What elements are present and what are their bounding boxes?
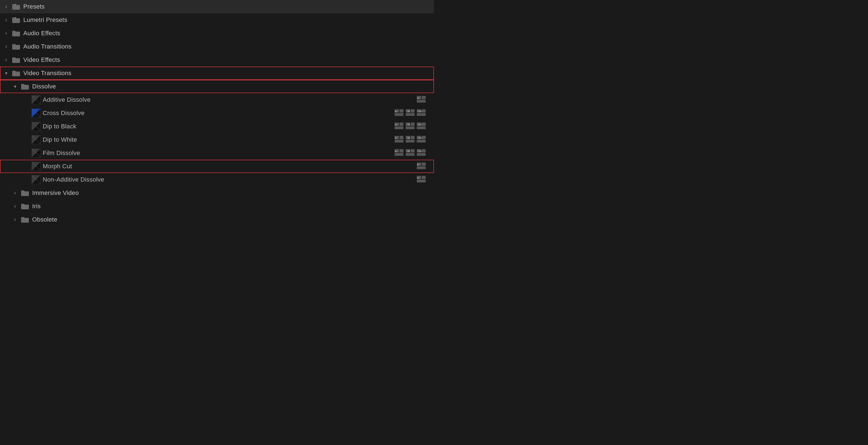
svg-text:YUV: YUV xyxy=(417,150,422,152)
svg-rect-46 xyxy=(411,123,414,126)
item-label: Cross Dissolve xyxy=(43,109,394,117)
svg-rect-20 xyxy=(422,96,426,99)
chevron-icon[interactable]: › xyxy=(11,189,19,197)
folder-icon xyxy=(11,42,22,51)
svg-text:▶|: ▶| xyxy=(395,137,397,139)
chevron-icon[interactable]: › xyxy=(2,56,10,64)
transition-icon xyxy=(31,95,41,105)
svg-rect-35 xyxy=(422,109,426,112)
chevron-icon[interactable]: › xyxy=(2,43,10,50)
chevron-icon[interactable]: ▾ xyxy=(2,69,10,77)
badge-yuv: YUV xyxy=(416,109,426,117)
item-label: Dip to Black xyxy=(43,123,394,130)
transition-icon xyxy=(31,122,41,131)
badge-accelerated: ▶| xyxy=(394,135,404,144)
chevron-icon[interactable]: › xyxy=(2,29,10,37)
item-label: Iris xyxy=(32,203,432,210)
svg-rect-4 xyxy=(12,18,16,19)
tree-item-dissolve[interactable]: ▾ Dissolve xyxy=(0,80,434,93)
tree-item-non-additive-dissolve[interactable]: Non-Additive Dissolve ▶| xyxy=(0,173,434,186)
tree-item-video-effects[interactable]: › Video Effects xyxy=(0,53,434,67)
chevron-icon[interactable]: › xyxy=(2,3,10,10)
item-label: Dissolve xyxy=(32,83,432,90)
item-label: Audio Transitions xyxy=(23,43,432,50)
item-label: Non-Additive Dissolve xyxy=(43,176,416,183)
svg-rect-10 xyxy=(12,58,20,63)
badges-container: ▶| 32 YUV xyxy=(394,135,426,144)
badges-container: ▶| xyxy=(416,162,426,171)
chevron-icon[interactable]: › xyxy=(2,16,10,24)
svg-rect-21 xyxy=(417,100,426,103)
svg-rect-65 xyxy=(422,136,426,139)
folder-icon xyxy=(20,82,31,91)
item-label: Dip to White xyxy=(43,136,394,143)
tree-item-immersive-video[interactable]: › Immersive Video xyxy=(0,186,434,200)
tree-item-iris[interactable]: › Iris xyxy=(0,200,434,213)
svg-rect-66 xyxy=(417,140,426,142)
tree-item-cross-dissolve[interactable]: Cross Dissolve ▶| 32 YUV xyxy=(0,106,434,120)
svg-text:▶|: ▶| xyxy=(395,110,397,112)
svg-rect-43 xyxy=(395,127,403,129)
badge-accelerated: ▶| xyxy=(394,148,404,158)
svg-rect-76 xyxy=(411,149,414,152)
svg-rect-31 xyxy=(411,109,414,112)
svg-rect-77 xyxy=(406,153,414,156)
tree-item-film-dissolve[interactable]: Film Dissolve ▶| 32 YUV xyxy=(0,146,434,160)
badges-container: ▶| xyxy=(416,175,426,184)
item-label: Lumetri Presets xyxy=(23,16,432,24)
svg-rect-61 xyxy=(411,136,414,139)
item-label: Video Effects xyxy=(23,56,432,64)
svg-rect-36 xyxy=(417,113,426,116)
svg-rect-27 xyxy=(400,109,403,112)
folder-icon xyxy=(11,56,22,64)
svg-rect-87 xyxy=(422,163,426,166)
svg-rect-15 xyxy=(21,84,24,85)
tree-item-dip-to-white[interactable]: Dip to White ▶| 32 YUV xyxy=(0,133,434,146)
svg-rect-8 xyxy=(12,45,20,49)
svg-rect-13 xyxy=(12,71,16,72)
item-label: Film Dissolve xyxy=(43,149,394,157)
svg-text:YUV: YUV xyxy=(417,110,422,112)
badge-32bit: 32 xyxy=(405,109,415,117)
tree-item-additive-dissolve[interactable]: Additive Dissolve ▶| xyxy=(0,93,434,106)
svg-rect-80 xyxy=(422,149,426,152)
svg-rect-32 xyxy=(406,113,414,116)
transition-icon xyxy=(31,148,41,158)
svg-rect-97 xyxy=(21,191,29,196)
badge-accelerated: ▶| xyxy=(416,95,426,104)
item-label: Obsolete xyxy=(32,216,432,223)
tree-item-lumetri-presets[interactable]: › Lumetri Presets xyxy=(0,13,434,27)
badge-accelerated: ▶| xyxy=(416,162,426,171)
svg-rect-99 xyxy=(21,205,29,209)
tree-item-obsolete[interactable]: › Obsolete xyxy=(0,213,434,226)
svg-text:▶|: ▶| xyxy=(395,150,397,152)
chevron-icon[interactable]: ▾ xyxy=(11,82,19,91)
svg-rect-95 xyxy=(417,180,426,182)
tree-item-presets[interactable]: › Presets xyxy=(0,0,434,13)
folder-icon xyxy=(11,16,22,24)
tree-item-dip-to-black[interactable]: Dip to Black ▶| 32 YUV xyxy=(0,120,434,133)
transition-icon xyxy=(31,161,41,171)
svg-rect-6 xyxy=(12,32,20,36)
svg-rect-1 xyxy=(12,4,16,5)
svg-text:YUV: YUV xyxy=(417,137,422,139)
folder-icon xyxy=(20,202,31,210)
tree-item-audio-transitions[interactable]: › Audio Transitions xyxy=(0,40,434,53)
svg-rect-42 xyxy=(400,123,403,126)
badge-accelerated: ▶| xyxy=(394,109,404,117)
chevron-icon[interactable]: › xyxy=(11,216,19,224)
svg-rect-51 xyxy=(417,127,426,129)
svg-text:32: 32 xyxy=(407,136,410,139)
svg-rect-28 xyxy=(395,113,403,116)
chevron-icon[interactable]: › xyxy=(11,202,19,210)
tree-item-video-transitions[interactable]: ▾ Video Transitions xyxy=(0,67,434,80)
svg-rect-12 xyxy=(12,72,20,76)
badge-yuv: YUV xyxy=(416,135,426,144)
svg-text:32: 32 xyxy=(407,123,410,126)
tree-item-morph-cut[interactable]: Morph Cut ▶| xyxy=(0,160,434,173)
folder-icon xyxy=(11,69,22,77)
badges-container: ▶| 32 YUV xyxy=(394,122,426,131)
tree-item-audio-effects[interactable]: › Audio Effects xyxy=(0,27,434,40)
svg-rect-62 xyxy=(406,140,414,142)
svg-rect-11 xyxy=(12,58,16,59)
